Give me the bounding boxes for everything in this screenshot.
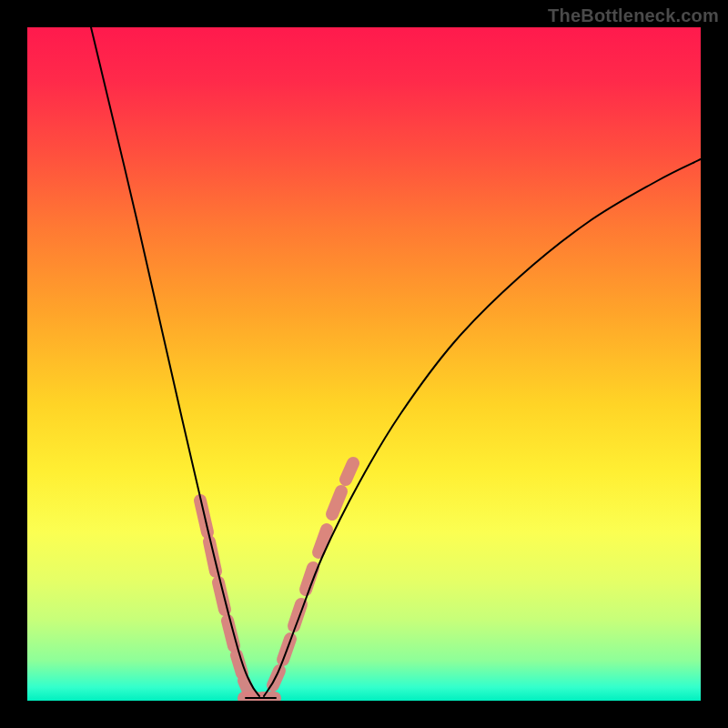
dash-layer bbox=[200, 463, 353, 698]
series-left-branch bbox=[91, 27, 259, 696]
dash-segment bbox=[306, 568, 313, 590]
curve-layer bbox=[27, 27, 701, 701]
chart-frame: TheBottleneck.com bbox=[0, 0, 728, 728]
dash-segment bbox=[332, 491, 341, 514]
dash-segment bbox=[346, 463, 353, 480]
dash-segment bbox=[244, 681, 249, 693]
line-layer bbox=[91, 27, 701, 698]
plot-area bbox=[27, 27, 701, 701]
attribution-text: TheBottleneck.com bbox=[548, 5, 719, 26]
series-right-branch bbox=[264, 159, 701, 696]
